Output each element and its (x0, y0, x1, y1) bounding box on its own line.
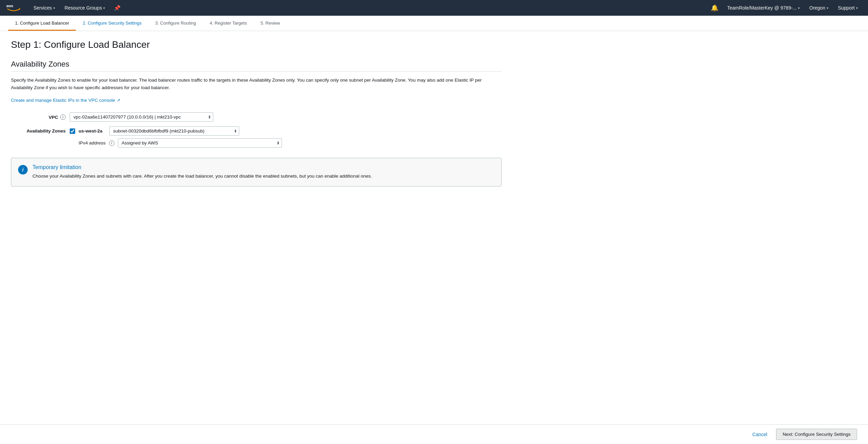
az-label: Availability Zones (11, 126, 66, 134)
external-link-icon: ↗ (117, 98, 120, 103)
vpc-info-icon[interactable]: i (60, 114, 66, 120)
ipv4-label: IPv4 address (79, 140, 106, 145)
ipv4-info-icon[interactable]: i (109, 140, 114, 146)
info-box-icon: i (18, 165, 28, 175)
vpc-control: vpc-02aa6e11407207977 (10.0.0.0/16) | mk… (70, 112, 213, 122)
aws-logo[interactable]: aws (5, 3, 22, 13)
ipv4-select[interactable]: Assigned by AWS (118, 138, 282, 148)
main-content: Step 1: Configure Load Balancer Availabi… (0, 31, 513, 195)
vpc-label: VPC i (11, 112, 66, 120)
ipv4-row: IPv4 address i Assigned by AWS (79, 138, 282, 148)
pin-icon[interactable]: 📌 (110, 5, 125, 11)
services-nav[interactable]: Services ▾ (29, 0, 60, 16)
region-chevron: ▾ (827, 6, 828, 10)
vpc-select-wrapper: vpc-02aa6e11407207977 (10.0.0.0/16) | mk… (70, 112, 213, 122)
info-box-content: Temporary limitation Choose your Availab… (32, 164, 494, 180)
elastic-ip-link[interactable]: Create and manage Elastic IPs in the VPC… (11, 98, 120, 103)
az-row: Availability Zones us-west-2a subnet-003… (11, 126, 502, 148)
svg-text:aws: aws (6, 4, 13, 8)
services-chevron: ▾ (53, 6, 55, 10)
info-box-text: Choose your Availability Zones and subne… (32, 172, 494, 180)
info-box-title: Temporary limitation (32, 164, 494, 170)
subnet-select-wrapper: subnet-00320dbd6bfbfbdf9 (mkt210-pubsub) (109, 126, 239, 136)
vpc-row: VPC i vpc-02aa6e11407207977 (10.0.0.0/16… (11, 112, 502, 122)
section-divider (11, 71, 502, 72)
az-zone-label: us-west-2a (79, 128, 106, 134)
svg-marker-1 (19, 8, 21, 10)
page-title: Step 1: Configure Load Balancer (11, 39, 502, 50)
tab-configure-security[interactable]: 2. Configure Security Settings (76, 16, 148, 31)
tab-configure-routing[interactable]: 3. Configure Routing (148, 16, 203, 31)
wizard-tabs: 1. Configure Load Balancer 2. Configure … (0, 16, 868, 31)
info-box: i Temporary limitation Choose your Avail… (11, 158, 502, 186)
section-description: Specify the Availability Zones to enable… (11, 77, 502, 91)
az-zone-row: us-west-2a subnet-00320dbd6bfbfbdf9 (mkt… (70, 126, 282, 136)
ipv4-select-wrapper: Assigned by AWS (118, 138, 282, 148)
account-nav[interactable]: TeamRole/MasterKey @ 9789-... ▾ (722, 0, 804, 16)
resource-groups-nav[interactable]: Resource Groups ▾ (60, 0, 110, 16)
tab-register-targets[interactable]: 4. Register Targets (203, 16, 254, 31)
az-checkbox[interactable] (70, 128, 75, 134)
tab-review[interactable]: 5. Review (254, 16, 287, 31)
account-chevron: ▾ (798, 6, 800, 10)
tab-configure-load-balancer[interactable]: 1. Configure Load Balancer (8, 16, 76, 31)
support-nav[interactable]: Support ▾ (833, 0, 863, 16)
resource-groups-chevron: ▾ (103, 6, 105, 10)
bell-icon[interactable]: 🔔 (707, 4, 722, 12)
vpc-select[interactable]: vpc-02aa6e11407207977 (10.0.0.0/16) | mk… (70, 112, 213, 122)
support-chevron: ▾ (856, 6, 858, 10)
az-content: us-west-2a subnet-00320dbd6bfbfbdf9 (mkt… (70, 126, 282, 148)
navbar: aws Services ▾ Resource Groups ▾ 📌 🔔 Tea… (0, 0, 868, 16)
subnet-select[interactable]: subnet-00320dbd6bfbfbdf9 (mkt210-pubsub) (109, 126, 239, 136)
region-nav[interactable]: Oregon ▾ (804, 0, 833, 16)
section-title: Availability Zones (11, 60, 502, 69)
